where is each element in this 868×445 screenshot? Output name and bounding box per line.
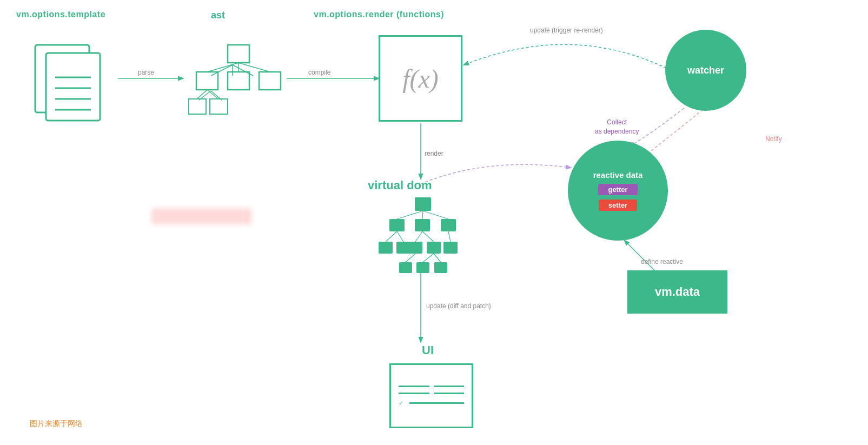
- svg-line-51: [422, 231, 434, 242]
- label-template: vm.options.template: [16, 10, 105, 19]
- ui-bar-5: [409, 402, 464, 404]
- svg-text:render: render: [425, 150, 443, 157]
- template-prefix: vm.options.: [16, 10, 68, 19]
- svg-rect-35: [415, 219, 430, 231]
- render-word: render (functions): [365, 10, 444, 19]
- vmdata-box: vm.data: [627, 270, 727, 314]
- template-icon: [22, 37, 116, 129]
- ui-bar-4: [434, 393, 465, 394]
- ui-box: ✓: [389, 363, 473, 428]
- diagram-container: vm.options.template ast vm.options.rende…: [0, 0, 868, 445]
- svg-rect-37: [379, 242, 393, 254]
- ui-bar-3: [399, 393, 429, 394]
- svg-text:update (trigger re-render): update (trigger re-render): [530, 26, 603, 34]
- render-prefix: vm.options.: [314, 10, 365, 19]
- svg-line-50: [415, 231, 422, 242]
- notify-label: Notify: [765, 135, 782, 143]
- watcher-label: watcher: [687, 65, 724, 76]
- svg-rect-25: [259, 72, 281, 90]
- svg-rect-36: [441, 219, 456, 231]
- svg-text:update (diff and patch): update (diff and patch): [426, 302, 491, 310]
- render-fx-text: f(x): [402, 64, 439, 94]
- svg-line-52: [448, 231, 450, 242]
- template-word: template: [68, 10, 105, 19]
- svg-text:parse: parse: [138, 69, 154, 76]
- label-ast: ast: [211, 10, 225, 21]
- bottom-credit: 图片来源于网络: [30, 419, 83, 429]
- ui-line-2: [399, 393, 464, 394]
- render-box: f(x): [379, 35, 462, 122]
- svg-rect-34: [389, 219, 405, 231]
- svg-line-53: [406, 254, 415, 262]
- reactive-data-label: reactive data: [593, 170, 643, 180]
- svg-line-48: [386, 231, 397, 242]
- svg-rect-24: [228, 72, 249, 90]
- svg-rect-39: [408, 242, 422, 254]
- vmdata-text: vm.data: [655, 285, 700, 299]
- ui-checkmark: ✓: [399, 400, 405, 406]
- svg-text:compile: compile: [308, 69, 331, 76]
- collect-label-text: Collect as dependency: [595, 118, 639, 135]
- collect-label: Collect as dependency: [595, 118, 639, 136]
- svg-rect-26: [188, 99, 206, 114]
- svg-rect-23: [196, 72, 218, 90]
- getter-badge: getter: [598, 184, 637, 195]
- svg-rect-43: [416, 262, 429, 273]
- svg-rect-27: [210, 99, 228, 114]
- reactive-circle: reactive data getter setter: [568, 141, 668, 241]
- watcher-circle: watcher: [665, 30, 746, 111]
- setter-badge: setter: [599, 200, 637, 211]
- vdom-tree: [376, 197, 471, 276]
- svg-line-49: [397, 231, 403, 242]
- svg-line-28: [207, 63, 238, 72]
- svg-rect-41: [443, 242, 458, 254]
- ui-bar-2: [434, 386, 465, 387]
- svg-rect-44: [434, 262, 447, 273]
- svg-line-32: [207, 90, 218, 99]
- svg-line-31: [197, 90, 207, 99]
- svg-line-46: [422, 211, 423, 219]
- svg-rect-40: [427, 242, 441, 254]
- svg-line-30: [238, 63, 270, 72]
- svg-line-9: [625, 241, 654, 270]
- svg-rect-22: [228, 45, 249, 63]
- svg-line-47: [423, 211, 448, 219]
- svg-rect-42: [399, 262, 412, 273]
- ui-bar-1: [399, 386, 429, 387]
- svg-text:define reactive: define reactive: [641, 258, 683, 265]
- label-render: vm.options.render (functions): [314, 10, 444, 19]
- ui-line-1: [399, 386, 464, 387]
- vdom-label: virtual dom: [368, 178, 432, 192]
- ast-tree: [188, 42, 288, 118]
- redacted-area: [151, 208, 251, 224]
- svg-line-45: [397, 211, 423, 219]
- ui-line-3: ✓: [399, 400, 464, 406]
- svg-line-55: [434, 254, 441, 262]
- svg-rect-33: [415, 197, 431, 211]
- svg-line-54: [423, 254, 434, 262]
- ui-label: UI: [422, 343, 434, 357]
